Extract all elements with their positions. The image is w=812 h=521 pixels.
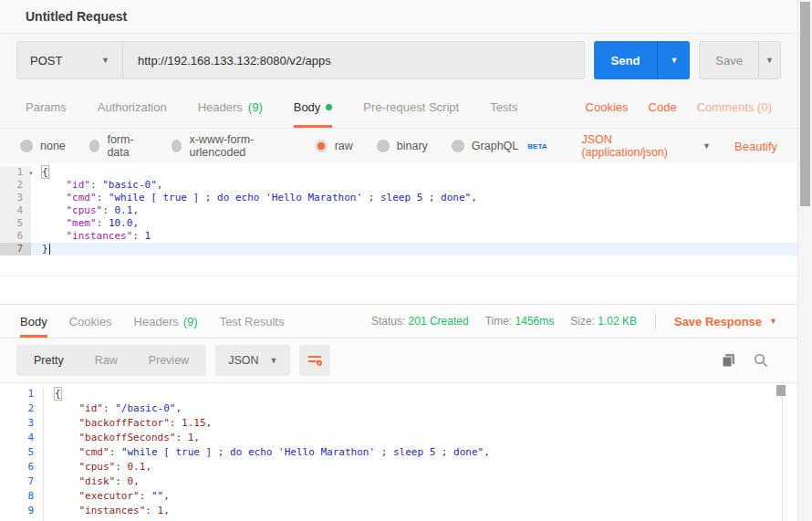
status-value: 201 Created <box>409 315 469 328</box>
status-label: Status: <box>371 315 405 328</box>
save-button-group: Save ▼ <box>699 41 781 79</box>
view-raw[interactable]: Raw <box>79 354 133 367</box>
body-type-form-data[interactable]: form-data <box>89 133 148 159</box>
beautify-link[interactable]: Beautify <box>734 140 777 153</box>
editor-spacer <box>0 255 797 276</box>
save-button[interactable]: Save <box>700 42 758 78</box>
code-text: "disk": 0, <box>44 474 140 489</box>
response-tab-headers[interactable]: Headers(9) <box>134 305 198 338</box>
code-line[interactable]: 2 "id": "basic-0", <box>0 179 797 192</box>
size-badge: Size: 1.02 KB <box>570 315 637 328</box>
save-response-button[interactable]: Save Response ▼ <box>674 315 777 328</box>
line-number: 6 <box>0 230 31 243</box>
code-line[interactable]: 9 "instances": 1, <box>0 504 797 518</box>
code-line[interactable]: 3 "cmd": "while [ true ] ; do echo 'Hell… <box>0 192 797 204</box>
content-type-dropdown[interactable]: JSON (application/json) ▼ <box>581 133 711 159</box>
code-link[interactable]: Code <box>649 100 677 114</box>
send-label: Send <box>611 54 640 68</box>
chevron-down-icon: ▼ <box>101 56 109 65</box>
wrap-text-icon <box>307 354 322 367</box>
tab-body[interactable]: Body <box>294 87 333 128</box>
code-line[interactable]: 4 "cpus": 0.1, <box>0 204 797 217</box>
radio-icon <box>20 140 33 152</box>
code-line[interactable]: 8 "executor": "", <box>0 489 797 504</box>
url-group: POST ▼ http://192.168.133.132:8080/v2/ap… <box>16 41 585 79</box>
tab-authorization[interactable]: Authorization <box>98 87 167 128</box>
code-line[interactable]: 5 "mem": 10.0, <box>0 217 797 230</box>
url-text: http://192.168.133.132:8080/v2/apps <box>138 54 331 68</box>
code-text: "instances": 1, <box>44 504 170 518</box>
text-cursor <box>49 244 50 255</box>
wrap-text-button[interactable] <box>299 345 330 376</box>
request-tabs-row: ParamsAuthorizationHeaders(9)BodyPre-req… <box>0 87 797 129</box>
cookies-link[interactable]: Cookies <box>586 100 629 114</box>
response-tab-body[interactable]: Body <box>20 305 47 338</box>
code-line[interactable]: 1▾{ <box>0 166 797 179</box>
body-type-x-www-form-urlencoded[interactable]: x-www-form-urlencoded <box>172 133 291 159</box>
search-icon[interactable] <box>754 353 768 368</box>
body-type-binary[interactable]: binary <box>377 140 428 152</box>
code-line[interactable]: 6 "cpus": 0.1, <box>0 460 797 474</box>
send-button[interactable]: Send <box>594 41 658 79</box>
code-text: "cmd": "while [ true ] ; do echo 'Hello … <box>31 192 477 204</box>
code-line[interactable]: 6 "instances": 1 <box>0 230 797 243</box>
send-options-button[interactable]: ▼ <box>657 41 690 79</box>
body-type-raw[interactable]: raw <box>315 140 353 152</box>
save-response-label: Save Response <box>674 315 762 328</box>
code-line[interactable]: 5 "cmd": "while [ true ] ; do echo 'Hell… <box>0 445 797 460</box>
chevron-down-icon: ▼ <box>670 56 678 65</box>
code-line[interactable]: 7} <box>0 243 797 255</box>
tab-headers[interactable]: Headers(9) <box>198 87 263 128</box>
comments-link[interactable]: Comments (0) <box>697 100 772 114</box>
response-body-viewer[interactable]: 1{2 "id": "/basic-0",3 "backoffFactor": … <box>0 382 797 521</box>
postman-app: Untitled Request POST ▼ http://192.168.1… <box>0 0 812 521</box>
option-label: none <box>40 140 66 152</box>
tab-label: Headers <box>198 100 243 114</box>
body-set-dot-icon <box>326 104 332 110</box>
code-text: "backoffSeconds": 1, <box>44 431 200 445</box>
line-number: 9 <box>0 504 44 518</box>
method-dropdown[interactable]: POST ▼ <box>17 42 123 78</box>
code-text: "cpus": 0.1, <box>31 204 139 217</box>
code-line[interactable]: 2 "id": "/basic-0", <box>0 401 797 416</box>
request-url-bar: POST ▼ http://192.168.133.132:8080/v2/ap… <box>0 34 797 87</box>
request-body-editor[interactable]: 1▾{2 "id": "basic-0",3 "cmd": "while [ t… <box>0 163 797 255</box>
code-text: "cmd": "while [ true ] ; do echo 'Hello … <box>44 445 490 460</box>
response-scrollbar-thumb[interactable] <box>776 385 786 396</box>
request-titlebar: Untitled Request <box>0 0 797 34</box>
code-text: "backoffFactor": 1.15, <box>44 416 212 431</box>
tab-tests[interactable]: Tests <box>490 87 517 128</box>
view-switcher: PrettyRawPreview <box>16 345 206 376</box>
line-number: 4 <box>0 431 44 445</box>
option-label: GraphQL <box>472 140 518 152</box>
response-format-dropdown[interactable]: JSON ▼ <box>215 345 290 376</box>
copy-icon[interactable] <box>722 353 735 368</box>
save-options-button[interactable]: ▼ <box>758 42 780 78</box>
page-scrollbar[interactable] <box>797 0 812 521</box>
fold-caret-icon[interactable]: ▾ <box>29 167 33 180</box>
code-text: { <box>31 166 48 179</box>
content-type-label: JSON (application/json) <box>581 133 693 159</box>
option-label: form-data <box>107 133 147 159</box>
code-line[interactable]: 7 "disk": 0, <box>0 474 797 489</box>
code-text: "id": "/basic-0", <box>44 401 182 416</box>
response-header-row: BodyCookiesHeaders(9)Test Results Status… <box>0 304 797 339</box>
code-line[interactable]: 1{ <box>0 387 797 401</box>
tab-params[interactable]: Params <box>26 87 67 128</box>
tab-pre-request-script[interactable]: Pre-request Script <box>363 87 459 128</box>
option-label: raw <box>335 140 353 152</box>
view-pretty[interactable]: Pretty <box>18 354 79 367</box>
chevron-down-icon: ▼ <box>703 141 711 151</box>
code-line[interactable]: 4 "backoffSeconds": 1, <box>0 431 797 445</box>
tab-count-badge: (9) <box>248 100 263 114</box>
response-tab-cookies[interactable]: Cookies <box>69 305 112 338</box>
code-text: } <box>31 243 50 255</box>
view-preview[interactable]: Preview <box>133 354 204 367</box>
body-type-graphql[interactable]: GraphQLBETA <box>452 140 547 152</box>
url-input[interactable]: http://192.168.133.132:8080/v2/apps <box>123 42 584 78</box>
response-tab-test-results[interactable]: Test Results <box>220 305 285 338</box>
body-type-none[interactable]: none <box>20 140 66 152</box>
code-text: "instances": 1 <box>31 230 151 243</box>
page-scrollbar-thumb[interactable] <box>800 2 810 206</box>
code-line[interactable]: 3 "backoffFactor": 1.15, <box>0 416 797 431</box>
